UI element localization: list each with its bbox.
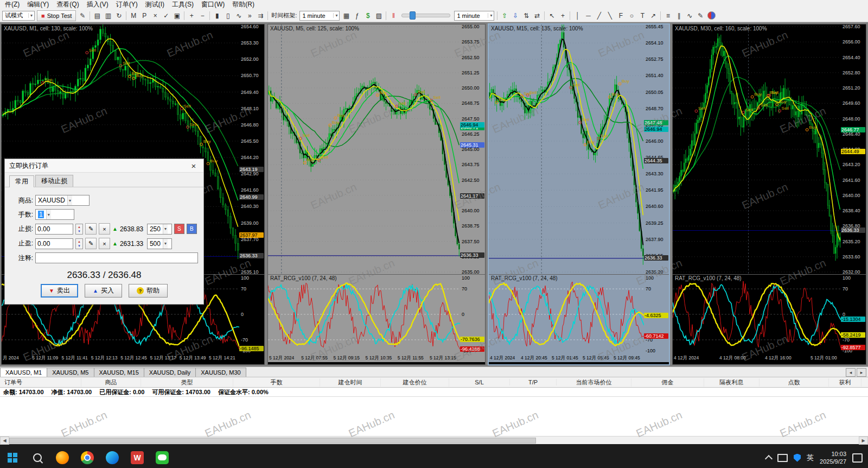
test-mode-select[interactable]: 试模式▾ — [2, 11, 35, 21]
help-button[interactable]: ? 帮助 — [129, 284, 168, 298]
dialog-titlebar[interactable]: 立即执行订单 × — [5, 159, 203, 173]
auto-scroll-icon[interactable]: » — [244, 10, 255, 21]
firefox-icon[interactable] — [50, 445, 75, 468]
arrow-down-icon[interactable]: ⇩ — [510, 10, 521, 21]
indicator-scale[interactable]: 100700-70-100-70.7636-96.4288 — [460, 275, 485, 354]
menu-item-1[interactable]: 件(Z) — [1, 0, 23, 9]
indicators-icon[interactable]: ƒ — [352, 10, 362, 21]
menu-item-3[interactable]: 查看(Q) — [53, 0, 82, 9]
separators-icon[interactable]: ∥ — [673, 10, 684, 21]
tp-points-select[interactable]: 500 ▾ — [147, 238, 172, 249]
buy-quick-button[interactable]: B — [187, 224, 197, 234]
stop-test-button[interactable]: ■Stop Test — [37, 10, 76, 21]
close-window-icon[interactable]: × — [150, 10, 161, 21]
chart-shift-icon[interactable]: ⇉ — [255, 10, 266, 21]
market-watch-icon[interactable]: M — [128, 10, 139, 21]
trendline-icon[interactable]: ╱ — [593, 10, 604, 21]
time-axis[interactable]: 4 12月 20244 12月 08:004 12月 16:005 12月 01… — [673, 354, 866, 362]
menu-item-5[interactable]: 订单(Y) — [112, 0, 142, 9]
edge-icon[interactable] — [100, 445, 125, 468]
speed-slider[interactable] — [401, 14, 450, 17]
price-chart[interactable]: SellBuySellBuySellBuySellBuySell — [489, 24, 644, 274]
indicator-scale[interactable]: 100700-70-100-15.1304-58.2419-92.8577 — [841, 275, 866, 354]
terminal-tab-5[interactable]: XAUUSD, M30 — [195, 368, 246, 377]
scroll-left-icon[interactable]: ◀ — [0, 437, 9, 445]
takeprofit-stepper[interactable]: ▲▼ — [75, 238, 83, 249]
windows-start-icon[interactable] — [0, 445, 25, 468]
arrow-swap-icon[interactable]: ⇄ — [532, 10, 542, 21]
text-tool-icon[interactable]: T — [637, 10, 648, 21]
scrollbar-track[interactable] — [9, 437, 859, 444]
tabs-scroll-left-icon[interactable]: ◂ — [846, 368, 856, 377]
menu-item-8[interactable]: 窗口(W) — [197, 0, 228, 9]
grid-icon[interactable]: ▦ — [341, 10, 352, 21]
price-scale[interactable]: 2655.452654.102652.752651.402650.052648.… — [644, 24, 669, 274]
indicator-chart[interactable] — [673, 275, 841, 354]
pause-icon[interactable]: ‖ — [388, 10, 399, 21]
objects-list-icon[interactable]: ≡ — [662, 10, 673, 21]
arrow-up-icon[interactable]: ⇧ — [499, 10, 510, 21]
templates-icon[interactable]: ▨ — [373, 10, 384, 21]
terminal-icon[interactable]: ✓ — [161, 10, 171, 21]
terminal-tab-1[interactable]: XAUUSD, M1 — [0, 368, 47, 377]
system-clock[interactable]: 10:03 2025/9/27 — [820, 450, 846, 466]
price-scale[interactable]: 2655.002653.752652.502651.252650.002648.… — [460, 24, 485, 274]
clear-icon[interactable]: × — [99, 223, 110, 235]
vertical-line-icon[interactable]: │ — [572, 10, 583, 21]
tabs-scroll-right-icon[interactable]: ▸ — [857, 368, 866, 377]
symbol-select[interactable]: XAUUSD ▾ — [35, 195, 90, 206]
display-icon[interactable] — [777, 454, 788, 462]
channel-icon[interactable]: ╲ — [604, 10, 615, 21]
tray-expand-icon[interactable] — [765, 454, 773, 462]
price-scale[interactable]: 2657.602656.002654.402652.802651.202649.… — [841, 24, 866, 274]
terminal-tab-2[interactable]: XAUUSD, M5 — [47, 368, 94, 377]
wechat-icon[interactable] — [150, 445, 175, 468]
indicator-chart[interactable] — [268, 275, 460, 354]
terminal-tab-4[interactable]: XAUUSD, Daily — [144, 368, 196, 377]
scroll-right-icon[interactable]: ▶ — [859, 437, 868, 445]
wave-icon[interactable]: ∿ — [684, 10, 695, 21]
tab-trailing-stop[interactable]: 移动止损 — [35, 175, 73, 187]
ime-indicator[interactable]: 英 — [807, 453, 814, 463]
fibonacci-icon[interactable]: F — [615, 10, 626, 21]
arrow-updown-icon[interactable]: ⇅ — [521, 10, 532, 21]
menu-item-6[interactable]: 测试(I) — [142, 0, 168, 9]
pencil-icon[interactable]: ✎ — [695, 10, 706, 21]
indicator-chart[interactable] — [489, 275, 644, 354]
price-scale[interactable]: 2654.602653.302652.002650.702649.402648.… — [239, 24, 264, 274]
action-center-icon[interactable] — [852, 453, 863, 463]
menu-item-9[interactable]: 帮助(R) — [228, 0, 258, 9]
pencil-icon[interactable]: ✎ — [85, 223, 97, 235]
chrome-icon[interactable] — [75, 445, 100, 468]
zoom-out-icon[interactable]: − — [197, 10, 208, 21]
new-chart-icon[interactable]: ▤ — [92, 10, 103, 21]
wps-icon[interactable]: W — [125, 445, 150, 468]
buy-button[interactable]: ▲ 买入 — [85, 284, 122, 298]
cursor-icon[interactable]: ↖ — [546, 10, 557, 21]
comment-input[interactable] — [35, 252, 198, 263]
time-axis[interactable]: 5 12月 20245 12月 07:555 12月 09:155 12月 10… — [268, 354, 485, 362]
zoom-in-icon[interactable]: + — [186, 10, 197, 21]
indicator-scale[interactable]: 100700-70-100-4.6325-60.7142 — [644, 275, 669, 354]
data-window-icon[interactable]: P — [139, 10, 150, 21]
line-chart-icon[interactable]: ∿ — [233, 10, 244, 21]
menu-item-4[interactable]: 插入(V) — [83, 0, 112, 9]
bar-chart-icon[interactable]: ▮ — [212, 10, 222, 21]
stoploss-input[interactable] — [35, 224, 73, 235]
slider-thumb[interactable] — [410, 11, 416, 20]
price-chart[interactable]: SellBuySellBuySellBuySellBuySell — [673, 24, 841, 274]
expert-edit-icon[interactable]: ✎ — [77, 10, 88, 21]
stoploss-stepper[interactable]: ▲▼ — [75, 224, 83, 235]
pencil-icon[interactable]: ✎ — [85, 238, 97, 249]
menu-item-2[interactable]: 编辑(Y) — [23, 0, 53, 9]
menu-item-7[interactable]: 工具(S) — [168, 0, 197, 9]
strategy-tester-icon[interactable]: ▣ — [171, 10, 182, 21]
deposit-icon[interactable]: $ — [362, 10, 373, 21]
candlestick-chart-icon[interactable]: ▯ — [222, 10, 233, 21]
profiles-icon[interactable]: ▥ — [103, 10, 113, 21]
lots-select[interactable]: 1 ▾ — [35, 209, 74, 220]
security-shield-icon[interactable] — [794, 454, 801, 462]
period-select[interactable]: 1 minute▾ — [454, 11, 494, 21]
sl-points-select[interactable]: 250 ▾ — [147, 224, 172, 235]
sell-quick-button[interactable]: S — [174, 224, 184, 234]
